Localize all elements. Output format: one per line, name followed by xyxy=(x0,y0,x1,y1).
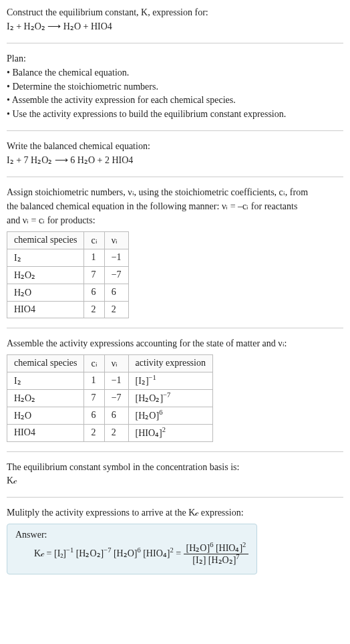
stoichiometry-table: chemical species cᵢ νᵢ I₂ 1 −1 H₂O₂ 7 −7… xyxy=(7,231,129,318)
cell-vi: −1 xyxy=(104,249,128,266)
activity-exp: 6 xyxy=(159,409,162,416)
activity-base: [I₂] xyxy=(136,376,149,386)
cell-species: I₂ xyxy=(7,372,84,389)
cell-species: I₂ xyxy=(7,249,84,266)
cell-ci: 6 xyxy=(84,407,104,424)
activity-base: [H₂O₂] xyxy=(136,393,164,403)
cell-vi: 2 xyxy=(104,301,128,318)
cell-vi: 2 xyxy=(104,424,128,441)
cell-vi: −7 xyxy=(104,266,128,284)
multiply-line: Mulitply the activity expressions to arr… xyxy=(7,507,343,520)
cell-activity: [I₂]−1 xyxy=(128,372,212,389)
plan-bullet-4: • Use the activity expressions to build … xyxy=(7,108,343,121)
answer-prefix: K𝒸 = xyxy=(34,548,54,558)
col-activity: activity expression xyxy=(128,354,212,372)
cell-activity: [H₂O]6 xyxy=(128,407,212,424)
basis-line1: The equilibrium constant symbol in the c… xyxy=(7,461,343,474)
cell-species: H₂O₂ xyxy=(7,389,84,407)
plan-bullet-3: • Assemble the activity expression for e… xyxy=(7,94,343,107)
divider xyxy=(7,43,343,43)
cell-ci: 1 xyxy=(84,249,104,266)
cell-ci: 7 xyxy=(84,389,104,407)
answer-label: Answer: xyxy=(15,530,248,540)
divider xyxy=(7,130,343,131)
table-row: H₂O 6 6 [H₂O]6 xyxy=(7,407,213,424)
plan-bullet-1: • Balance the chemical equation. xyxy=(7,67,343,80)
cell-species: H₂O₂ xyxy=(7,266,84,284)
answer-fraction: [H₂O]6 [HIO₄]2 [I₂] [H₂O₂]7 xyxy=(184,542,249,566)
num-t2-base: [HIO₄] xyxy=(216,543,242,553)
cell-activity: [HIO₄]2 xyxy=(128,424,212,441)
col-vi: νᵢ xyxy=(104,231,128,249)
balanced-equation: I₂ + 7 H₂O₂ ⟶ 6 H₂O + 2 HIO4 xyxy=(7,154,343,167)
table-row: HIO4 2 2 xyxy=(7,301,129,318)
fraction-numerator: [H₂O]6 [HIO₄]2 xyxy=(184,542,249,554)
col-ci: cᵢ xyxy=(84,231,104,249)
fraction-denominator: [I₂] [H₂O₂]7 xyxy=(184,554,249,566)
term3-base: [H₂O] xyxy=(114,548,138,558)
cell-species: HIO4 xyxy=(7,301,84,318)
table-header-row: chemical species cᵢ νᵢ xyxy=(7,231,129,249)
term4-base: [HIO₄] xyxy=(143,548,170,558)
num-t1-exp: 6 xyxy=(210,542,213,549)
col-species: chemical species xyxy=(7,231,84,249)
table-row: I₂ 1 −1 xyxy=(7,249,129,266)
assign-heading-line3: and νᵢ = cᵢ for products: xyxy=(7,215,343,227)
term1-base: [I₂] xyxy=(54,548,66,558)
cell-vi: 6 xyxy=(104,407,128,424)
table-row: H₂O₂ 7 −7 xyxy=(7,266,129,284)
cell-species: HIO4 xyxy=(7,424,84,441)
den-t1: [I₂] xyxy=(192,555,208,565)
intro-equation: I₂ + H₂O₂ ⟶ H₂O + HIO4 xyxy=(7,21,343,33)
cell-activity: [H₂O₂]−7 xyxy=(128,389,212,407)
term2-base: [H₂O₂] xyxy=(76,548,104,558)
activity-exp: −7 xyxy=(163,391,170,399)
table-row: H₂O 6 6 xyxy=(7,284,129,301)
basis-line2: K𝒸 xyxy=(7,475,343,488)
activity-exp: 2 xyxy=(162,426,166,433)
col-ci: cᵢ xyxy=(84,354,104,372)
divider xyxy=(7,497,343,498)
term2-exp: −7 xyxy=(104,546,111,554)
cell-species: H₂O xyxy=(7,284,84,301)
cell-ci: 2 xyxy=(84,424,104,441)
intro-line1: Construct the equilibrium constant, K, e… xyxy=(7,7,343,19)
col-vi: νᵢ xyxy=(104,354,128,372)
table-row: I₂ 1 −1 [I₂]−1 xyxy=(7,372,213,389)
answer-expression: K𝒸 = [I₂]−1 [H₂O₂]−7 [H₂O]6 [HIO₄]2 = [H… xyxy=(15,542,248,566)
cell-ci: 1 xyxy=(84,372,104,389)
cell-species: H₂O xyxy=(7,407,84,424)
table-row: HIO4 2 2 [HIO₄]2 xyxy=(7,424,213,441)
table-header-row: chemical species cᵢ νᵢ activity expressi… xyxy=(7,354,213,372)
activity-base: [HIO₄] xyxy=(136,428,162,438)
plan-heading: Plan: xyxy=(7,53,343,66)
cell-ci: 6 xyxy=(84,284,104,301)
den-t2-exp: 7 xyxy=(236,554,239,561)
balanced-heading: Write the balanced chemical equation: xyxy=(7,140,343,153)
assign-heading-line2: the balanced chemical equation in the fo… xyxy=(7,201,343,213)
num-t1-base: [H₂O] xyxy=(186,543,210,553)
assign-heading-line1: Assign stoichiometric numbers, νᵢ, using… xyxy=(7,187,343,199)
activity-base: [H₂O] xyxy=(136,411,160,421)
cell-vi: −1 xyxy=(104,372,128,389)
activity-table: chemical species cᵢ νᵢ activity expressi… xyxy=(7,354,213,442)
table-row: H₂O₂ 7 −7 [H₂O₂]−7 xyxy=(7,389,213,407)
den-t2-base: [H₂O₂] xyxy=(208,555,236,565)
col-species: chemical species xyxy=(7,354,84,372)
cell-vi: 6 xyxy=(104,284,128,301)
plan-bullet-2: • Determine the stoichiometric numbers. xyxy=(7,81,343,94)
assemble-heading: Assemble the activity expressions accoun… xyxy=(7,338,343,350)
cell-ci: 7 xyxy=(84,266,104,284)
answer-eq: = xyxy=(174,548,184,558)
divider xyxy=(7,328,343,328)
term1-exp: −1 xyxy=(66,546,73,554)
divider xyxy=(7,451,343,452)
cell-vi: −7 xyxy=(104,389,128,407)
answer-box: Answer: K𝒸 = [I₂]−1 [H₂O₂]−7 [H₂O]6 [HIO… xyxy=(7,524,257,574)
num-t2-exp: 2 xyxy=(242,542,246,549)
cell-ci: 2 xyxy=(84,301,104,318)
activity-exp: −1 xyxy=(149,374,156,381)
term3-exp: 6 xyxy=(137,546,140,554)
divider xyxy=(7,177,343,177)
